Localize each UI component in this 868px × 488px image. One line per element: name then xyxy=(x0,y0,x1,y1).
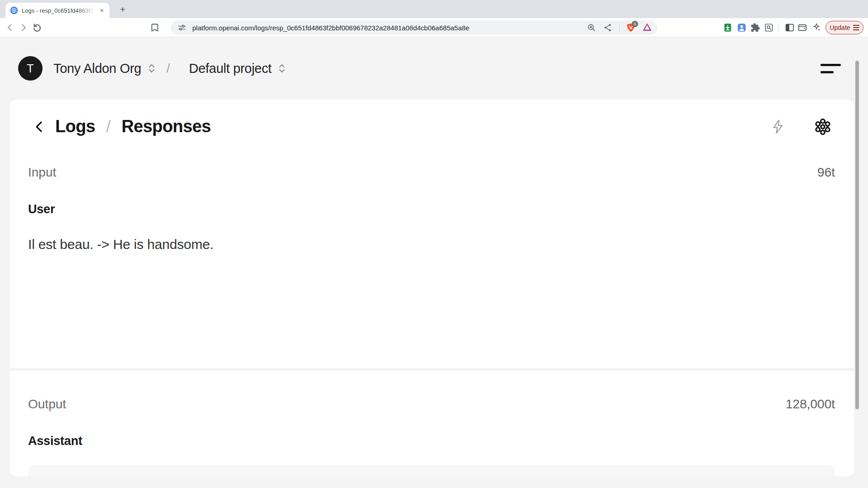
org-selector[interactable]: Tony Aldon Org xyxy=(53,61,157,76)
browser-chrome: Logs - resp_0c651fd4863f2 × + platform.o… xyxy=(0,0,868,37)
breadcrumb-separator: / xyxy=(106,117,110,136)
sidebar-icon[interactable] xyxy=(785,23,795,33)
output-label: Output xyxy=(28,397,66,411)
input-token-count: 96t xyxy=(817,165,835,180)
tab-strip: Logs - resp_0c651fd4863f2 × + xyxy=(0,0,868,18)
back-chevron-icon[interactable] xyxy=(33,120,46,134)
avatar[interactable]: T xyxy=(18,56,43,81)
input-message: Il est beau. -> He is handsome. xyxy=(28,237,835,252)
zoom-in-icon[interactable] xyxy=(587,23,596,33)
tab-title: Logs - resp_0c651fd4863f2 xyxy=(22,7,98,14)
project-selector[interactable]: Default project xyxy=(189,61,287,76)
page-menu-icon[interactable] xyxy=(814,61,847,76)
input-role-label: User xyxy=(28,202,835,216)
tab-search-icon[interactable] xyxy=(764,23,774,33)
scrollbar-thumb[interactable] xyxy=(855,61,859,409)
header-separator: / xyxy=(167,62,170,76)
output-role-label: Assistant xyxy=(28,434,835,448)
extensions-puzzle-icon[interactable] xyxy=(750,23,760,33)
back-icon[interactable] xyxy=(5,22,15,33)
wallet-icon[interactable] xyxy=(797,23,807,33)
input-section: Input 96t User Il est beau. -> He is han… xyxy=(10,165,854,368)
output-code-block[interactable]: {"translations":[{"french":"Il est beau.… xyxy=(28,465,835,476)
project-name: Default project xyxy=(189,61,272,76)
breadcrumb-logs[interactable]: Logs xyxy=(55,117,95,136)
chevron-updown-icon xyxy=(147,63,157,74)
toolbar-divider xyxy=(778,24,778,32)
share-icon[interactable] xyxy=(603,23,613,33)
browser-menu-icon xyxy=(853,25,859,30)
platform-page: T Tony Aldon Org / Default project Logs xyxy=(0,37,868,488)
forward-icon[interactable] xyxy=(18,22,29,33)
urlbar-divider xyxy=(619,24,620,32)
brave-shields-icon[interactable]: 6 xyxy=(626,23,636,33)
breadcrumb-current: Responses xyxy=(121,117,210,136)
update-label: Update xyxy=(830,24,850,31)
brave-logo-icon[interactable] xyxy=(642,23,652,33)
chevron-updown-icon xyxy=(277,63,287,74)
section-divider xyxy=(10,368,854,371)
settings-gear-icon[interactable] xyxy=(814,118,831,135)
breadcrumb: Logs / Responses xyxy=(33,117,211,136)
bookmark-icon[interactable] xyxy=(149,22,160,33)
card-header: Logs / Responses xyxy=(10,100,854,136)
log-detail-card: Logs / Responses xyxy=(10,100,854,476)
site-settings-icon[interactable] xyxy=(177,23,187,33)
browser-toolbar: platform.openai.com/logs/resp_0c651fd486… xyxy=(0,18,868,37)
url-text[interactable]: platform.openai.com/logs/resp_0c651fd486… xyxy=(192,24,587,32)
url-bar[interactable]: platform.openai.com/logs/resp_0c651fd486… xyxy=(171,20,658,35)
update-button[interactable]: Update xyxy=(825,21,863,34)
tab-close-icon[interactable]: × xyxy=(98,6,106,14)
browser-tab[interactable]: Logs - resp_0c651fd4863f2 × xyxy=(5,3,110,18)
extension-assistant-icon[interactable] xyxy=(737,23,747,33)
new-tab-button[interactable]: + xyxy=(117,4,129,15)
output-token-count: 128,000t xyxy=(786,397,835,411)
openai-favicon-icon xyxy=(10,6,18,14)
shields-badge: 6 xyxy=(632,21,638,27)
lightning-icon[interactable] xyxy=(770,119,786,135)
output-section: Output 128,000t Assistant {"translations… xyxy=(10,397,854,476)
reload-icon[interactable] xyxy=(32,22,43,33)
extension-docs-icon[interactable] xyxy=(723,23,733,33)
page-header: T Tony Aldon Org / Default project xyxy=(0,37,868,100)
leo-ai-sparkle-icon[interactable] xyxy=(812,23,822,33)
org-name: Tony Aldon Org xyxy=(53,61,141,76)
input-label: Input xyxy=(28,165,56,180)
